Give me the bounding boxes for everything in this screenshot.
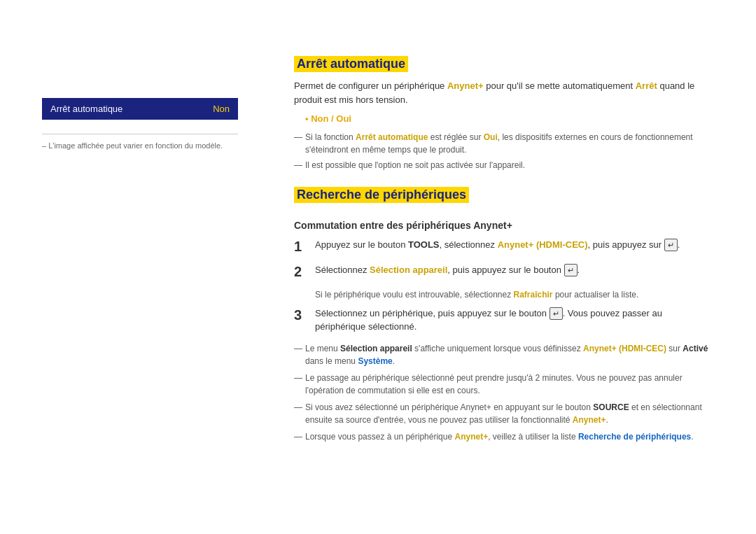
footer-notes: Le menu Sélection appareil s'affiche uni… bbox=[294, 342, 714, 443]
footer-note-4: Lorsque vous passez à un périphérique An… bbox=[294, 430, 714, 443]
step1-num: 1 bbox=[294, 238, 315, 255]
note2: Il est possible que l'option ne soit pas… bbox=[294, 159, 714, 171]
menu-item-label: Arrêt automatique bbox=[50, 104, 122, 114]
anynet-ref3: Anynet+ bbox=[454, 432, 488, 442]
active-ref: Activé bbox=[682, 344, 708, 353]
footer-note-3: Si vous avez sélectionné un périphérique… bbox=[294, 401, 714, 426]
right-panel: Arrêt automatique Permet de configurer u… bbox=[294, 56, 714, 447]
option-non-oui: Non / Oui bbox=[305, 112, 714, 127]
anynet-hdmi-label: Anynet+ (HDMI-CEC) bbox=[498, 239, 588, 250]
image-note: – L'image affichée peut varier en foncti… bbox=[42, 141, 238, 150]
step-1: 1 Appuyez sur le bouton TOOLS, sélection… bbox=[294, 238, 714, 255]
footer-note-1: Le menu Sélection appareil s'affiche uni… bbox=[294, 342, 714, 367]
section1-intro: Permet de configurer un périphérique Any… bbox=[294, 79, 714, 106]
left-panel: Arrêt automatique Non – L'image affichée… bbox=[42, 98, 238, 150]
step3-content: Sélectionnez un périphérique, puis appuy… bbox=[315, 307, 714, 334]
enter-button-icon: ↵ bbox=[664, 239, 678, 252]
section-recherche: Recherche de périphériques Commutation e… bbox=[294, 174, 714, 443]
step2-content: Sélectionnez Sélection appareil, puis ap… bbox=[315, 263, 714, 277]
section2-title: Recherche de périphériques bbox=[294, 187, 469, 203]
step1-content: Appuyez sur le bouton TOOLS, sélectionne… bbox=[315, 238, 714, 252]
tools-label: TOOLS bbox=[408, 239, 440, 250]
arret-auto-ref: Arrêt automatique bbox=[356, 132, 428, 142]
systeme-ref: Système bbox=[358, 356, 392, 366]
step2-num: 2 bbox=[294, 263, 315, 280]
anynet-bold: Anynet+ bbox=[447, 80, 484, 91]
rafraichir-label: Rafraîchir bbox=[514, 290, 553, 300]
section1-title: Arrêt automatique bbox=[294, 56, 408, 72]
anynet-hdmi-ref: Anynet+ (HDMI-CEC) bbox=[583, 344, 666, 353]
step-3: 3 Sélectionnez un périphérique, puis app… bbox=[294, 307, 714, 334]
options-list: Non / Oui bbox=[294, 112, 714, 127]
sel-app-ref: Sélection appareil bbox=[340, 344, 412, 353]
recherche-ref: Recherche de périphériques bbox=[578, 432, 691, 442]
subsection-title: Commutation entre des périphériques Anyn… bbox=[294, 220, 714, 231]
enter-button-icon2: ↵ bbox=[564, 264, 578, 277]
selection-appareil-label: Sélection appareil bbox=[370, 265, 447, 275]
step-2: 2 Sélectionnez Sélection appareil, puis … bbox=[294, 263, 714, 280]
menu-item-value: Non bbox=[213, 104, 230, 114]
menu-item-arret-auto[interactable]: Arrêt automatique Non bbox=[42, 98, 238, 120]
anynet-ref2: Anynet+ bbox=[573, 415, 606, 425]
oui-ref: Oui bbox=[484, 132, 498, 142]
arret-bold: Arrêt bbox=[636, 80, 657, 91]
footer-note-2: Le passage au périphérique sélectionné p… bbox=[294, 372, 714, 397]
section-arret-auto: Arrêt automatique Permet de configurer u… bbox=[294, 56, 714, 171]
divider bbox=[42, 134, 238, 134]
step3-num: 3 bbox=[294, 307, 315, 323]
step2-subnote: Si le périphérique voulu est introuvable… bbox=[294, 288, 714, 301]
source-ref: SOURCE bbox=[593, 402, 629, 412]
note1: Si la fonction Arrêt automatique est rég… bbox=[294, 131, 714, 156]
enter-button-icon3: ↵ bbox=[550, 307, 563, 321]
